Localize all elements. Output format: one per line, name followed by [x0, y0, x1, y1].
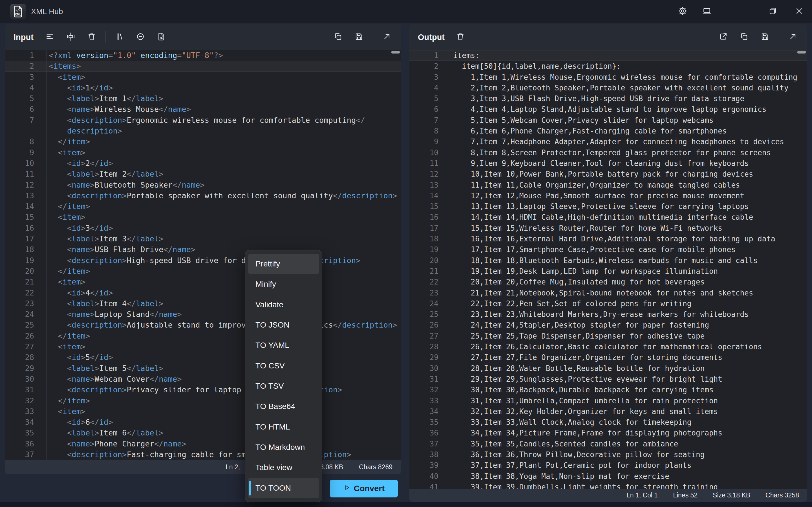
code-text: <id>3</id> — [47, 223, 113, 233]
output-status-item: Ln 1, Col 1 — [626, 492, 658, 499]
menu-item-minify[interactable]: Minify — [248, 274, 319, 294]
input-statusbar: Ln 2, e 8.08 KB Chars 8269 — [5, 460, 401, 474]
line-number: 29 — [5, 363, 47, 374]
code-text: <id>2</id> — [47, 158, 113, 169]
input-editor[interactable]: 1<?xml version="1.0" encoding="UTF-8"?>2… — [5, 50, 401, 460]
maximize-button[interactable] — [763, 0, 783, 23]
line-number: 28 — [5, 352, 47, 363]
menu-item-to-csv[interactable]: TO CSV — [248, 356, 319, 376]
display-mode-button[interactable] — [697, 0, 717, 23]
code-text: 17,Item 17,Smartphone Case,Protective ca… — [451, 244, 735, 255]
conversion-dropdown-menu: PrettifyMinifyValidateTO JSONTO YAMLTO C… — [245, 250, 322, 502]
line-number: 40 — [409, 471, 451, 482]
code-text: 26,Item 26,Calculator,Basic calculator f… — [451, 341, 762, 352]
code-text: <items> — [47, 61, 81, 71]
prettify-button[interactable] — [42, 29, 58, 45]
load-sample-button[interactable] — [153, 29, 169, 45]
window-bottom-edge — [0, 502, 812, 507]
copy-output-button[interactable] — [736, 29, 752, 45]
expand-icon — [382, 32, 391, 42]
menu-item-table-view[interactable]: Table view — [248, 457, 319, 478]
code-line: 10 <id>2</id> — [5, 158, 401, 169]
line-number: 20 — [5, 266, 47, 277]
save-output-button[interactable] — [757, 29, 773, 45]
library-button[interactable] — [112, 29, 128, 45]
minimize-button[interactable] — [737, 0, 756, 23]
menu-item-to-json[interactable]: TO JSON — [248, 315, 319, 335]
clear-output-button[interactable] — [453, 29, 468, 45]
line-number: 27 — [5, 341, 47, 352]
output-scrollbar-thumb[interactable] — [797, 51, 806, 54]
line-number: 24 — [409, 298, 451, 309]
expand-input-button[interactable] — [379, 29, 395, 45]
code-line: 21 19,Item 19,Desk Lamp,LED lamp for wor… — [409, 266, 807, 277]
code-text: </item> — [47, 266, 90, 277]
expand-output-button[interactable] — [785, 29, 801, 45]
code-text: <name>Bluetooth Speaker</name> — [47, 180, 205, 190]
line-number: 38 — [409, 449, 451, 460]
line-number: 13 — [5, 190, 47, 201]
output-status-item: Chars 3258 — [765, 492, 799, 499]
line-number — [5, 126, 47, 136]
line-number: 34 — [409, 406, 451, 417]
code-text: <label>Item 4</label> — [47, 298, 163, 309]
line-number: 2 — [409, 61, 451, 71]
convert-button[interactable]: Convert — [330, 480, 398, 497]
input-scrollbar-thumb[interactable] — [391, 51, 400, 54]
save-input-button[interactable] — [351, 29, 367, 45]
menu-item-to-yaml[interactable]: TO YAML — [248, 335, 319, 355]
line-number: 5 — [409, 93, 451, 104]
menu-item-validate[interactable]: Validate — [248, 295, 319, 315]
trash-icon — [87, 32, 96, 42]
output-editor[interactable]: 1items:2 item[50]{id,label,name,descript… — [409, 50, 807, 489]
menu-item-to-html[interactable]: TO HTML — [248, 417, 319, 437]
code-line: 2<items> — [5, 61, 401, 71]
code-line: 37 35,Item 35,Candles,Scented candles fo… — [409, 439, 807, 449]
code-text: 21,Item 21,Notebook,Spiral-bound noteboo… — [451, 288, 753, 298]
code-line: 8 6,Item 6,Phone Charger,Fast-charging c… — [409, 126, 807, 136]
code-line: 40 38,Item 38,Yoga Mat,Non-slip mat for … — [409, 471, 807, 482]
input-panel-title: Input — [13, 33, 34, 42]
collapse-button[interactable] — [133, 29, 148, 45]
code-line: 22 20,Item 20,Coffee Mug,Insulated mug f… — [409, 277, 807, 287]
code-text: </item> — [47, 331, 90, 341]
line-number: 21 — [409, 266, 451, 277]
menu-item-to-markdown[interactable]: TO Markdown — [248, 437, 319, 457]
line-number: 29 — [409, 352, 451, 363]
code-text: 29,Item 29,Sunglasses,Protective eyewear… — [451, 374, 722, 385]
code-text: <name>Phone Charger</name> — [47, 439, 186, 449]
output-status-item: Size 3.18 KB — [713, 492, 750, 499]
menu-item-to-tsv[interactable]: TO TSV — [248, 376, 319, 396]
copy-input-button[interactable] — [330, 29, 346, 45]
code-text: <id>4</id> — [47, 288, 113, 298]
line-number: 8 — [409, 126, 451, 136]
line-number: 26 — [5, 331, 47, 341]
code-line: 36 <name>Phone Charger</name> — [5, 439, 401, 449]
code-line: 23 21,Item 21,Notebook,Spiral-bound note… — [409, 288, 807, 298]
settings-button[interactable] — [673, 0, 693, 23]
svg-text:XML: XML — [15, 13, 21, 16]
code-text: <id>6</id> — [47, 417, 113, 428]
minify-button[interactable] — [63, 29, 79, 45]
line-number: 16 — [409, 212, 451, 223]
restore-icon — [769, 7, 777, 16]
line-number: 11 — [409, 158, 451, 169]
code-line: 4 <id>1</id> — [5, 82, 401, 93]
line-number: 25 — [5, 320, 47, 330]
line-number: 9 — [409, 136, 451, 147]
output-toolbar: Output — [409, 24, 807, 50]
menu-item-prettify[interactable]: Prettify — [248, 254, 319, 274]
code-line: 10 8,Item 8,Screen Protector,Tempered gl… — [409, 147, 807, 158]
line-number: 27 — [409, 331, 451, 341]
code-text: <label>Item 5</label> — [47, 363, 163, 374]
menu-item-to-base64[interactable]: TO Base64 — [248, 396, 319, 416]
menu-item-to-toon[interactable]: TO TOON — [248, 478, 319, 498]
code-line: 24 <name>Laptop Stand</name> — [5, 309, 401, 320]
code-text: <item> — [47, 341, 86, 352]
code-text: <item> — [47, 277, 86, 287]
code-line: 38 36,Item 36,Throw Pillow,Decorative pi… — [409, 449, 807, 460]
line-number: 34 — [5, 417, 47, 428]
share-output-button[interactable] — [715, 29, 731, 45]
clear-input-button[interactable] — [84, 29, 100, 45]
close-button[interactable] — [790, 0, 809, 23]
